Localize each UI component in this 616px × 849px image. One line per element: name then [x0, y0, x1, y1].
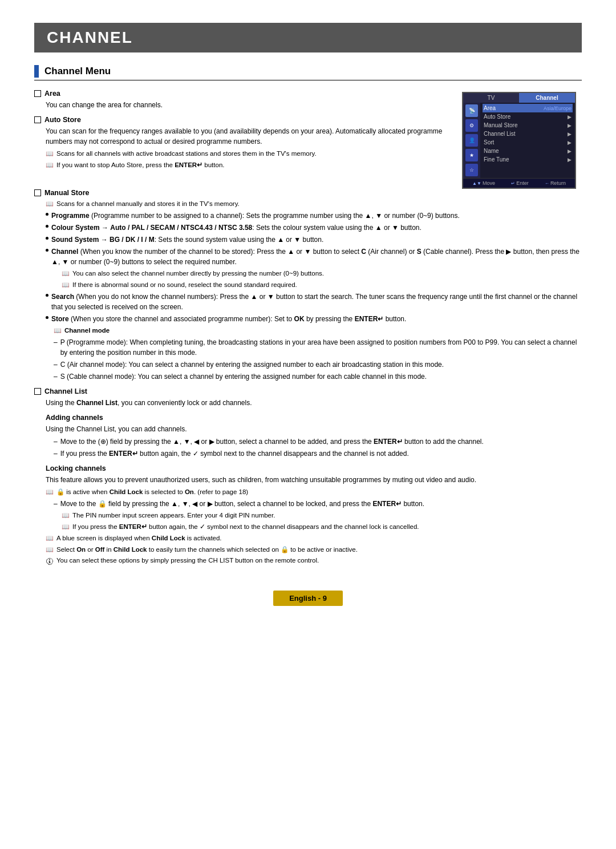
- tv-menu: TV Channel 📡 ⚙ 👤 ★ ☆ Area Asia/Europ: [462, 92, 576, 189]
- tv-icons-col: 📡 ⚙ 👤 ★ ☆: [463, 103, 480, 178]
- content-area: Area You can change the area for channel…: [34, 90, 582, 189]
- tv-menu-item-fine-tune: Fine Tune ▶: [483, 155, 573, 164]
- channel-mode-note: 📖 Channel mode: [54, 326, 582, 335]
- locking-note-1-text: 🔒 is active when Child Lock is selected …: [56, 487, 248, 497]
- bullet-colour: Colour System → Auto / PAL / SECAM / NTS…: [46, 223, 582, 233]
- content-left: Area You can change the area for channel…: [34, 90, 448, 189]
- auto-store-note-2: 📖 If you want to stop Auto Store, press …: [46, 160, 448, 170]
- locking-dash-1-text: Move to the 🔒 field by pressing the ▲, ▼…: [60, 499, 424, 509]
- tv-icon-wifi: ☆: [465, 164, 478, 176]
- tv-menu-footer: ▲▼ Move ↵ Enter ← Return: [463, 178, 575, 188]
- tv-footer-move: ▲▼ Move: [472, 180, 495, 186]
- tv-menu-item-fine-tune-label: Fine Tune: [484, 156, 509, 163]
- locking-more-note-2: 📖 Select On or Off in Child Lock to easi…: [46, 545, 582, 555]
- tv-icon-face: 👤: [465, 134, 478, 147]
- locking-more-note-1-text: A blue screen is displayed when Child Lo…: [56, 533, 222, 543]
- tv-footer-enter-icon: ↵: [511, 181, 515, 186]
- locking-dash-char-1: –: [54, 499, 58, 509]
- locking-dash-note-1-text: The PIN number input screen appears. Ent…: [72, 511, 275, 520]
- bullet-programme-text: Programme (Programme number to be assign…: [51, 211, 460, 221]
- bullet-sound-text: Sound System → BG / DK / I / M: Sets the…: [51, 235, 323, 245]
- adding-dash-char-2: –: [54, 448, 58, 459]
- auto-store-note-1-text: Scans for all channels with active broad…: [56, 149, 317, 159]
- auto-store-note-1: 📖 Scans for all channels with active bro…: [46, 149, 448, 159]
- locking-extra-note-text: You can select these options by simply p…: [56, 556, 319, 565]
- bullet-search-text: Search (When you do not know the channel…: [51, 292, 582, 312]
- page: CHANNEL Channel Menu Area You can change…: [0, 0, 616, 849]
- adding-dash-char-1: –: [54, 436, 58, 447]
- bullet-colour-text: Colour System → Auto / PAL / SECAM / NTS…: [51, 223, 422, 233]
- footer-label: English - 9: [273, 591, 343, 606]
- auto-store-section: Auto Store You can scan for the frequenc…: [34, 116, 448, 170]
- note-icon-ch1: 📖: [62, 269, 70, 278]
- tv-menu-item-area-value: Asia/Europe: [544, 106, 572, 111]
- tv-menu-item-area: Area Asia/Europe: [483, 104, 573, 112]
- channel-note-1-text: You can also select the channel number d…: [72, 269, 324, 278]
- tv-footer-enter: ↵ Enter: [511, 180, 529, 186]
- auto-store-checkbox: [34, 116, 41, 123]
- tv-footer-enter-label: Enter: [516, 180, 529, 186]
- tv-footer-return-icon: ←: [545, 181, 549, 186]
- tv-footer-return-label: Return: [550, 180, 566, 186]
- auto-store-note-2-text: If you want to stop Auto Store, press th…: [56, 160, 224, 170]
- tv-menu-item-manual-store-label: Manual Store: [484, 122, 517, 128]
- bullet-dot-colour: [46, 225, 48, 228]
- tv-menu-item-fine-tune-arrow: ▶: [568, 157, 572, 163]
- extra-note-icon: 🛈: [46, 556, 54, 567]
- locking-channels-heading: Locking channels: [46, 464, 582, 472]
- locking-more-note-1: 📖 A blue screen is displayed when Child …: [46, 533, 582, 543]
- area-checkbox: [34, 90, 41, 97]
- tv-menu-header: TV Channel: [463, 93, 575, 103]
- area-heading-text: Area: [44, 90, 60, 98]
- bullet-channel: Channel (When you know the number of the…: [46, 246, 582, 267]
- tv-menu-item-channel-list-label: Channel List: [484, 131, 516, 137]
- tv-menu-item-area-label: Area: [484, 105, 496, 111]
- section-title-text: Channel Menu: [44, 66, 111, 77]
- bullet-channel-text: Channel (When you know the number of the…: [51, 246, 582, 267]
- dash-c: –: [54, 359, 58, 370]
- tv-menu-item-auto-store: Auto Store ▶: [483, 112, 573, 121]
- auto-store-heading-text: Auto Store: [44, 116, 81, 124]
- chapter-title: CHANNEL: [34, 23, 582, 52]
- dash-s: –: [54, 371, 58, 382]
- adding-dash-2-text: If you press the ENTER↵ button again, th…: [60, 448, 409, 459]
- tv-menu-item-sort-arrow: ▶: [568, 140, 572, 145]
- channel-mode-heading-text: Channel mode: [64, 326, 110, 335]
- manual-store-checkbox: [34, 189, 41, 196]
- tv-menu-item-channel-list-arrow: ▶: [568, 131, 572, 137]
- channel-mode-c-text: C (Air channel mode): You can select a c…: [60, 359, 444, 370]
- manual-store-heading: Manual Store: [34, 189, 582, 197]
- tv-menu-item-name-arrow: ▶: [568, 148, 572, 154]
- channel-mode-s-text: S (Cable channel mode): You can select a…: [60, 371, 427, 382]
- locking-dash-note-2: 📖 If you press the ENTER↵ button again, …: [62, 522, 582, 532]
- channel-mode-p: – P (Programme mode): When completing tu…: [54, 337, 582, 358]
- area-heading: Area: [34, 90, 448, 98]
- tv-menu-item-auto-store-arrow: ▶: [568, 114, 572, 120]
- manual-store-note-top-text: Scans for a channel manually and stores …: [56, 199, 240, 209]
- adding-channels-body: Using the Channel List, you can add chan…: [46, 424, 582, 434]
- manual-store-heading-text: Manual Store: [44, 189, 90, 197]
- area-section: Area You can change the area for channel…: [34, 90, 448, 110]
- bullet-dot-sound: [46, 237, 48, 240]
- bullet-dot-search: [46, 294, 48, 297]
- auto-store-body: You can scan for the frequency ranges av…: [46, 126, 448, 147]
- dash-p: –: [54, 337, 58, 347]
- note-icon-lock-dn2: 📖: [62, 523, 70, 532]
- channel-mode-p-text: P (Programme mode): When completing tuni…: [60, 337, 582, 358]
- bullet-dot-programme: [46, 213, 48, 216]
- locking-dash-note-1: 📖 The PIN number input screen appears. E…: [62, 511, 582, 520]
- note-icon: 📖: [46, 149, 54, 159]
- channel-list-body: Using the Channel List, you can convenie…: [46, 398, 582, 408]
- manual-store-section: Manual Store 📖 Scans for a channel manua…: [34, 189, 582, 382]
- tv-icon-star: ★: [465, 149, 478, 161]
- tv-menu-item-sort: Sort ▶: [483, 138, 573, 147]
- channel-list-section: Channel List Using the Channel List, you…: [34, 387, 582, 408]
- bullet-store: Store (When you store the channel and as…: [46, 314, 582, 324]
- tv-menu-item-auto-store-label: Auto Store: [484, 114, 510, 120]
- note-icon-lock-mn1: 📖: [46, 534, 54, 543]
- tv-items-col: Area Asia/Europe Auto Store ▶ Manual Sto…: [480, 103, 575, 178]
- bullet-search: Search (When you do not know the channel…: [46, 292, 582, 312]
- locking-more-note-2-text: Select On or Off in Child Lock to easily…: [56, 545, 358, 555]
- tv-menu-item-sort-label: Sort: [484, 139, 494, 145]
- locking-dash-note-2-text: If you press the ENTER↵ button again, th…: [72, 522, 419, 532]
